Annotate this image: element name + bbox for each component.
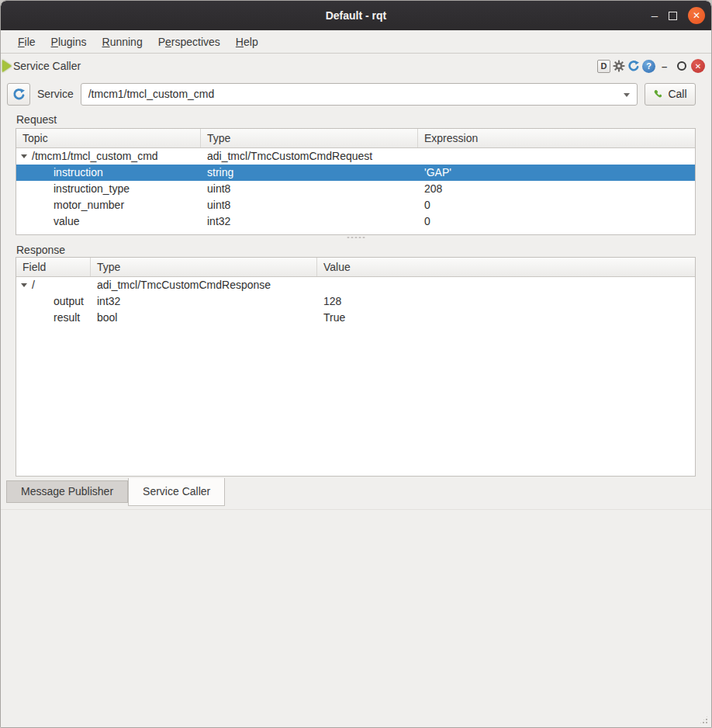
col-type[interactable]: Type (201, 129, 418, 147)
tab-message-publisher[interactable]: Message Publisher (6, 480, 128, 503)
reload-plugin-icon[interactable] (627, 60, 640, 72)
table-row-output[interactable]: output int32 128 (16, 293, 695, 310)
resize-grip-icon[interactable] (699, 715, 709, 725)
chevron-down-icon[interactable] (624, 93, 630, 97)
col-value[interactable]: Value (317, 258, 695, 276)
col-topic[interactable]: Topic (16, 129, 201, 147)
col-field[interactable]: Field (16, 258, 91, 276)
table-row-motor-number[interactable]: motor_number uint8 0 (16, 197, 695, 213)
minimize-window-icon[interactable]: – (652, 12, 658, 19)
window-title: Default - rqt (1, 9, 711, 22)
maximize-window-icon[interactable] (669, 12, 677, 20)
dock-close-icon[interactable]: ✕ (691, 59, 705, 73)
table-row-instruction-type[interactable]: instruction_type uint8 208 (16, 181, 695, 197)
menu-file[interactable]: File (10, 33, 43, 51)
window-controls: – ✕ (652, 1, 705, 30)
call-button[interactable]: Call (645, 83, 696, 106)
request-section-label: Request (1, 109, 711, 128)
service-combobox[interactable] (81, 83, 638, 106)
phone-icon (653, 88, 664, 99)
play-triangle-icon (2, 60, 12, 72)
response-table-header: Field Type Value (16, 258, 695, 277)
plugin-title: Service Caller (13, 60, 81, 72)
dock-minimize-icon[interactable]: – (662, 61, 672, 72)
rqt-window: Default - rqt – ✕ File Plugins Running P… (0, 0, 712, 728)
menu-help[interactable]: Help (228, 33, 266, 51)
refresh-icon (12, 88, 26, 101)
table-row-result[interactable]: result bool True (16, 310, 695, 326)
dock-d-button[interactable]: D (597, 60, 610, 73)
request-table-header: Topic Type Expression (16, 129, 695, 148)
splitter-dots-icon (346, 236, 366, 239)
menu-running[interactable]: Running (95, 33, 150, 51)
call-button-label: Call (668, 88, 686, 100)
plugin-titlebar: Service Caller D (1, 54, 711, 78)
request-table: Topic Type Expression /tmcm1/tmcl_custom… (16, 128, 696, 235)
settings-gear-icon[interactable] (613, 60, 625, 72)
table-row-root[interactable]: / adi_tmcl/TmcCustomCmdResponse (16, 277, 695, 293)
table-row-root[interactable]: /tmcm1/tmcl_custom_cmd adi_tmcl/TmcCusto… (16, 148, 695, 165)
col-type[interactable]: Type (91, 258, 317, 276)
plugin-tabbar: Message Publisher Service Caller (1, 477, 711, 509)
menu-plugins[interactable]: Plugins (43, 33, 95, 51)
expander-icon[interactable] (21, 154, 27, 158)
table-row-value[interactable]: value int32 0 (16, 213, 695, 230)
dock-float-icon[interactable] (677, 61, 686, 71)
expander-icon[interactable] (21, 283, 27, 287)
col-expression[interactable]: Expression (418, 129, 695, 147)
table-row-instruction[interactable]: instruction string 'GAP' (16, 165, 695, 181)
service-label: Service (37, 88, 74, 100)
os-titlebar[interactable]: Default - rqt – ✕ (1, 1, 711, 30)
help-icon[interactable]: ? (642, 60, 655, 73)
refresh-services-button[interactable] (7, 83, 30, 106)
statusbar (1, 509, 711, 728)
menubar: File Plugins Running Perspectives Help (1, 30, 711, 54)
response-table: Field Type Value / adi_tmcl/TmcCustomCmd… (16, 257, 696, 477)
service-row: Service Call (1, 78, 711, 109)
close-window-icon[interactable]: ✕ (688, 7, 705, 24)
tab-service-caller[interactable]: Service Caller (128, 478, 225, 506)
response-section-label: Response (1, 240, 711, 257)
service-input[interactable] (81, 84, 637, 105)
menu-perspectives[interactable]: Perspectives (150, 33, 228, 51)
